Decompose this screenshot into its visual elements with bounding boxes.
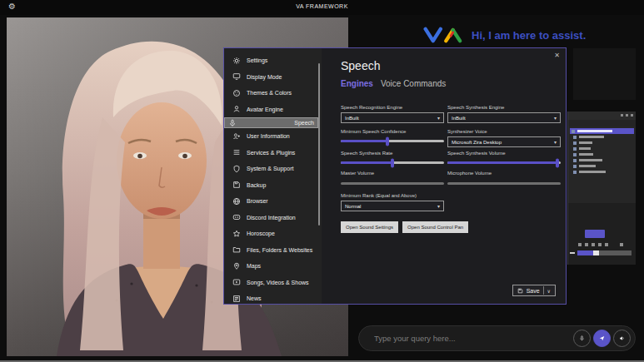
display-icon xyxy=(232,72,241,81)
background-window-button xyxy=(585,230,605,238)
tree-row xyxy=(570,151,634,157)
app-title: VA FRAMEWORK xyxy=(0,3,644,9)
field-speech-synthesis-volume: Speech Synthesis Volume xyxy=(447,151,561,164)
microphone-button[interactable] xyxy=(573,330,591,347)
master-volume-slider[interactable] xyxy=(341,182,444,185)
tree-row xyxy=(570,140,634,146)
speaker-button[interactable] xyxy=(613,330,631,347)
sidebar-item-avatar-engine[interactable]: Avatar Engine xyxy=(224,102,322,118)
query-input[interactable] xyxy=(372,333,571,344)
field-synthesizer-voice: Synthesizer Voice Microsoft Zira Desktop… xyxy=(447,129,561,147)
sidebar-item-themes-colors[interactable]: Themes & Colors xyxy=(224,85,322,102)
greeting-text: Hi, I am here to assist. xyxy=(472,29,586,42)
sidebar-item-speech[interactable]: Speech xyxy=(224,117,318,128)
avatar-icon xyxy=(232,105,241,113)
chat-bar xyxy=(358,325,636,351)
field-speech-recognition-engine: Speech Recognition Engine InBuilt ▾ xyxy=(341,105,444,123)
sidebar-item-user-information[interactable]: User Information xyxy=(224,128,322,145)
chevron-down-icon: ▾ xyxy=(554,139,557,145)
chevron-down-icon: ▾ xyxy=(437,115,440,121)
titlebar: ⚙ VA FRAMEWORK xyxy=(0,0,644,15)
map-pin-icon xyxy=(232,262,241,270)
background-window-controls xyxy=(621,114,633,117)
close-icon[interactable]: ✕ xyxy=(554,52,560,59)
tree-row xyxy=(570,146,634,151)
open-sound-settings-button[interactable]: Open Sound Settings xyxy=(341,221,398,233)
assistant-greeting: Hi, I am here to assist. xyxy=(423,26,586,44)
speech-tabs: Engines Voice Commands xyxy=(341,79,446,88)
sidebar-item-display-mode[interactable]: Display Mode xyxy=(224,69,322,86)
sidebar-item-songs-videos-shows[interactable]: Songs, Videos & Shows xyxy=(224,275,322,291)
star-icon xyxy=(232,230,241,238)
background-window-progressbar xyxy=(577,250,632,255)
send-button[interactable] xyxy=(593,330,611,347)
speech-synthesis-rate-slider[interactable] xyxy=(341,161,444,164)
discord-icon xyxy=(232,213,241,221)
sidebar-item-discord-integration[interactable]: Discord Integration xyxy=(224,210,322,226)
tree-row xyxy=(570,134,634,140)
save-dropdown-icon[interactable]: ∨ xyxy=(547,288,551,294)
field-microphone-volume: Microphone Volume xyxy=(447,171,561,185)
speech-synthesis-volume-slider[interactable] xyxy=(447,161,561,164)
floppy-icon xyxy=(232,181,241,189)
open-sound-control-panel-button[interactable]: Open Sound Control Pan xyxy=(402,221,468,233)
sidebar-item-system-support[interactable]: System & Support xyxy=(224,161,322,177)
background-window-toolbar xyxy=(568,120,636,126)
tree-row xyxy=(570,163,634,169)
speaker-icon xyxy=(619,334,625,343)
shield-icon xyxy=(232,165,241,173)
user-icon xyxy=(232,132,241,141)
field-minimum-speech-confidence: Minimum Speech Confidence xyxy=(341,129,444,142)
background-window-titlebar xyxy=(568,112,636,120)
send-icon xyxy=(599,334,605,343)
sidebar-item-browser[interactable]: Browser xyxy=(224,193,322,210)
settings-panel: Settings Display Mode Themes & Colors Av… xyxy=(223,47,567,305)
chevron-down-icon: ▾ xyxy=(437,203,440,209)
field-master-volume: Master Volume xyxy=(341,171,444,185)
minimum-speech-confidence-slider[interactable] xyxy=(341,140,444,142)
field-speech-synthesis-engine: Speech Synthesis Engine InBuilt ▾ xyxy=(447,105,561,123)
tree-row xyxy=(570,157,634,163)
background-window-tick xyxy=(570,252,575,254)
tab-voice-commands[interactable]: Voice Commands xyxy=(381,79,446,88)
globe-icon xyxy=(232,197,241,206)
tree-row xyxy=(570,169,634,175)
chevron-down-icon: ▾ xyxy=(554,115,557,121)
synthesizer-voice-select[interactable]: Microsoft Zira Desktop ▾ xyxy=(447,136,561,147)
tree-row-selected xyxy=(570,128,634,134)
tab-engines[interactable]: Engines xyxy=(341,79,373,88)
save-button[interactable]: Save ∨ xyxy=(512,285,556,296)
background-window-tree xyxy=(568,126,636,203)
app-window: ⚙ VA FRAMEWORK xyxy=(0,0,644,362)
palette-icon xyxy=(232,89,241,97)
microphone-icon xyxy=(228,119,237,127)
sidebar-item-horoscope[interactable]: Horoscope xyxy=(224,226,322,242)
va-logo-icon xyxy=(423,26,467,44)
field-speech-synthesis-rate: Speech Synthesis Rate xyxy=(341,151,444,164)
speech-recognition-engine-select[interactable]: InBuilt ▾ xyxy=(341,112,444,123)
background-panel xyxy=(573,48,636,100)
sidebar-item-backup[interactable]: Backup xyxy=(224,177,322,194)
field-minimum-rank: Minimum Rank (Equal and Above) Normal ▾ xyxy=(341,193,444,211)
sidebar-item-news[interactable]: News xyxy=(224,290,322,304)
media-icon xyxy=(232,278,241,286)
gear-icon xyxy=(232,57,241,65)
sidebar-item-maps[interactable]: Maps xyxy=(224,258,322,275)
folder-icon xyxy=(232,245,241,254)
sidebar-header-settings: Settings xyxy=(224,52,322,69)
background-window[interactable] xyxy=(567,112,636,265)
sidebar-item-services-plugins[interactable]: Services & Plugins xyxy=(224,145,322,161)
news-icon xyxy=(232,295,241,303)
page-title: Speech xyxy=(341,59,380,72)
save-icon xyxy=(517,288,523,294)
sidebar-item-files-folders-websites[interactable]: Files, Folders & Websites xyxy=(224,242,322,259)
minimum-rank-select[interactable]: Normal ▾ xyxy=(341,201,444,211)
microphone-volume-slider[interactable] xyxy=(447,182,561,185)
background-window-transport-controls xyxy=(578,243,623,246)
list-icon xyxy=(232,148,241,156)
speech-settings-content: ✕ Speech Engines Voice Commands Speech R… xyxy=(322,48,566,304)
microphone-icon xyxy=(579,334,585,343)
sidebar-scrollbar[interactable] xyxy=(318,63,321,226)
speech-synthesis-engine-select[interactable]: InBuilt ▾ xyxy=(447,112,561,123)
settings-sidebar: Settings Display Mode Themes & Colors Av… xyxy=(224,48,322,304)
